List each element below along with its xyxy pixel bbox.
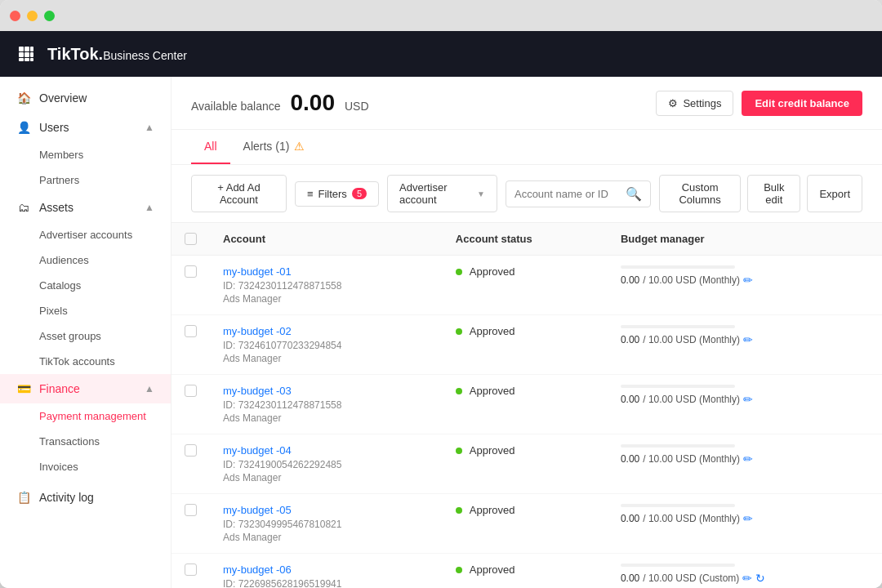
sidebar-item-users[interactable]: 👤 Users ▲ (0, 113, 171, 142)
logo-sub: Business Center (103, 49, 187, 62)
row-checkbox[interactable] (185, 325, 197, 337)
budget-edit-icon[interactable]: ✏ (743, 274, 753, 287)
row-checkbox[interactable] (185, 385, 197, 397)
maximize-button[interactable] (44, 11, 55, 21)
budget-bar-bg (621, 564, 735, 567)
tab-all[interactable]: All (191, 130, 230, 164)
status-dot (456, 388, 462, 394)
budget-bar-wrap (621, 564, 869, 567)
budget-bar-bg (621, 385, 735, 388)
search-input[interactable] (514, 188, 621, 200)
export-button[interactable]: Export (807, 175, 862, 212)
account-name[interactable]: my-budget -06 (223, 564, 430, 576)
account-name[interactable]: my-budget -01 (223, 265, 430, 278)
sidebar-item-finance[interactable]: 💳 Finance ▲ (0, 374, 171, 403)
account-name[interactable]: my-budget -05 (223, 504, 430, 516)
app-window: TikTok.Business Center 🏠 Overview 👤 User… (0, 0, 882, 588)
grid-icon[interactable] (13, 41, 39, 67)
filter-icon: ≡ (307, 188, 314, 200)
activity-log-icon: 📋 (16, 491, 31, 504)
status-text: Approved (470, 444, 515, 457)
budget-separator: / 10.00 USD (Monthly) (643, 394, 740, 405)
account-name[interactable]: my-budget -04 (223, 444, 430, 457)
sidebar-sub-asset-groups[interactable]: Asset groups (0, 323, 171, 349)
app-container: TikTok.Business Center 🏠 Overview 👤 User… (0, 31, 882, 588)
select-all-checkbox[interactable] (185, 233, 197, 245)
budget-text: 0.00 / 10.00 USD (Monthly) ✏ (621, 512, 869, 525)
bulk-edit-button[interactable]: Bulk edit (747, 175, 800, 212)
main-layout: 🏠 Overview 👤 Users ▲ Members Partners 🗂 … (0, 77, 882, 588)
custom-columns-button[interactable]: Custom Columns (659, 175, 741, 212)
tab-alerts[interactable]: Alerts (1) ⚠ (230, 130, 318, 164)
budget-edit-icon[interactable]: ✏ (742, 572, 752, 585)
status-text: Approved (470, 325, 515, 337)
budget-refresh-icon[interactable]: ↻ (755, 572, 765, 585)
chevron-up-icon-finance: ▲ (145, 383, 154, 394)
row-checkbox[interactable] (185, 564, 197, 576)
row-checkbox[interactable] (185, 444, 197, 457)
row-checkbox[interactable] (185, 504, 197, 516)
sidebar-sub-audiences[interactable]: Audiences (0, 247, 171, 273)
svg-rect-5 (30, 52, 33, 57)
table-row: my-budget -06 ID: 7226985628196519941 Ad… (172, 554, 882, 589)
sidebar-sub-invoices[interactable]: Invoices (0, 454, 171, 479)
table-row: my-budget -02 ID: 7324610770233294854 Ad… (172, 315, 882, 375)
status-dot (456, 269, 462, 275)
account-type: Ads Manager (223, 412, 430, 424)
minimize-button[interactable] (27, 11, 38, 21)
account-cell: my-budget -05 ID: 7323049995467810821 Ad… (210, 494, 443, 554)
account-name[interactable]: my-budget -03 (223, 385, 430, 397)
add-ad-account-button[interactable]: + Add Ad Account (191, 175, 287, 212)
settings-button[interactable]: ⚙ Settings (656, 91, 733, 116)
sidebar-sub-payment-management[interactable]: Payment management (0, 403, 171, 429)
budget-used: 0.00 (621, 274, 639, 286)
row-checkbox-cell (172, 315, 210, 375)
budget-separator: / 10.00 USD (Monthly) (643, 453, 740, 465)
sidebar-sub-members[interactable]: Members (0, 142, 171, 167)
budget-bar-bg (621, 444, 735, 448)
balance-amount: 0.00 (291, 90, 336, 116)
budget-edit-icon[interactable]: ✏ (743, 393, 753, 406)
budget-bar-bg (621, 325, 735, 328)
sidebar-sub-partners[interactable]: Partners (0, 167, 171, 193)
users-icon: 👤 (16, 121, 31, 134)
table-row: my-budget -05 ID: 7323049995467810821 Ad… (172, 494, 882, 554)
budget-text: 0.00 / 10.00 USD (Custom) ✏ ↻ (621, 572, 869, 585)
budget-cell: 0.00 / 10.00 USD (Custom) ✏ ↻ (608, 554, 882, 589)
budget-edit-icon[interactable]: ✏ (743, 333, 753, 346)
row-checkbox[interactable] (185, 265, 197, 278)
sidebar: 🏠 Overview 👤 Users ▲ Members Partners 🗂 … (0, 77, 172, 588)
budget-bar-bg (621, 265, 735, 269)
edit-credit-button[interactable]: Edit credit balance (742, 91, 862, 116)
budget-edit-icon[interactable]: ✏ (743, 452, 753, 466)
sidebar-item-activity-log[interactable]: 📋 Activity log (0, 483, 171, 512)
sidebar-sub-transactions[interactable]: Transactions (0, 429, 171, 454)
budget-used: 0.00 (621, 334, 639, 345)
close-button[interactable] (10, 11, 20, 21)
budget-used: 0.00 (621, 513, 639, 524)
status-dot (456, 507, 462, 514)
advertiser-account-dropdown[interactable]: Advertiser account ▼ (387, 175, 497, 212)
home-icon: 🏠 (16, 91, 31, 105)
sidebar-sub-tiktok-accounts[interactable]: TikTok accounts (0, 349, 171, 374)
sidebar-item-assets[interactable]: 🗂 Assets ▲ (0, 193, 171, 222)
budget-text: 0.00 / 10.00 USD (Monthly) ✏ (621, 393, 869, 406)
account-id: ID: 7323049995467810821 (223, 519, 430, 530)
sidebar-sub-advertiser-accounts[interactable]: Advertiser accounts (0, 222, 171, 247)
account-id: ID: 7324190054262292485 (223, 459, 430, 470)
budget-separator: / 10.00 USD (Monthly) (643, 274, 740, 286)
filter-button[interactable]: ≡ Filters 5 (295, 181, 379, 207)
budget-cell: 0.00 / 10.00 USD (Monthly) ✏ (608, 375, 882, 434)
sidebar-item-overview[interactable]: 🏠 Overview (0, 83, 171, 113)
account-cell: my-budget -02 ID: 7324610770233294854 Ad… (210, 315, 443, 375)
svg-rect-1 (24, 47, 29, 51)
account-cell: my-budget -06 ID: 7226985628196519941 Ad… (210, 554, 443, 589)
account-name[interactable]: my-budget -02 (223, 325, 430, 337)
status-text: Approved (470, 265, 515, 278)
budget-edit-icon[interactable]: ✏ (743, 512, 753, 525)
toolbar-right: Custom Columns Bulk edit Export (659, 175, 862, 212)
sidebar-sub-catalogs[interactable]: Catalogs (0, 273, 171, 298)
status-cell: Approved (443, 315, 608, 375)
sidebar-sub-pixels[interactable]: Pixels (0, 298, 171, 323)
table-container: Account Account status Budget manager my… (172, 223, 882, 588)
